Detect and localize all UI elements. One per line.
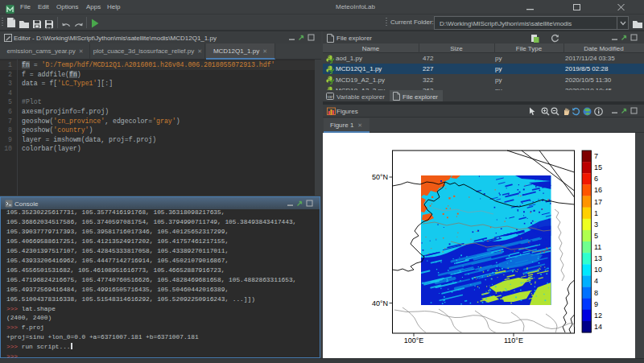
svg-text:50°N: 50°N [372,173,388,181]
svg-text:7: 7 [594,152,598,160]
svg-text:6: 6 [594,175,598,183]
svg-text:5: 5 [594,232,598,240]
svg-text:15: 15 [594,163,602,171]
svg-text:8: 8 [594,289,598,297]
svg-text:12: 12 [594,311,602,320]
svg-text:17: 17 [594,198,602,206]
svg-text:13: 13 [594,254,602,262]
svg-text:9: 9 [594,300,598,308]
svg-text:var: var [328,94,333,99]
svg-text:100°E: 100°E [404,336,424,344]
svg-text:1: 1 [594,209,598,217]
svg-text:11: 11 [594,243,601,251]
svg-text:40°N: 40°N [372,299,388,307]
svg-text:110°E: 110°E [504,336,523,344]
svg-text:10: 10 [594,266,602,274]
svg-text:14: 14 [594,323,602,331]
svg-text:4: 4 [594,277,598,285]
svg-text:16: 16 [594,186,602,194]
svg-text:3: 3 [594,221,598,229]
